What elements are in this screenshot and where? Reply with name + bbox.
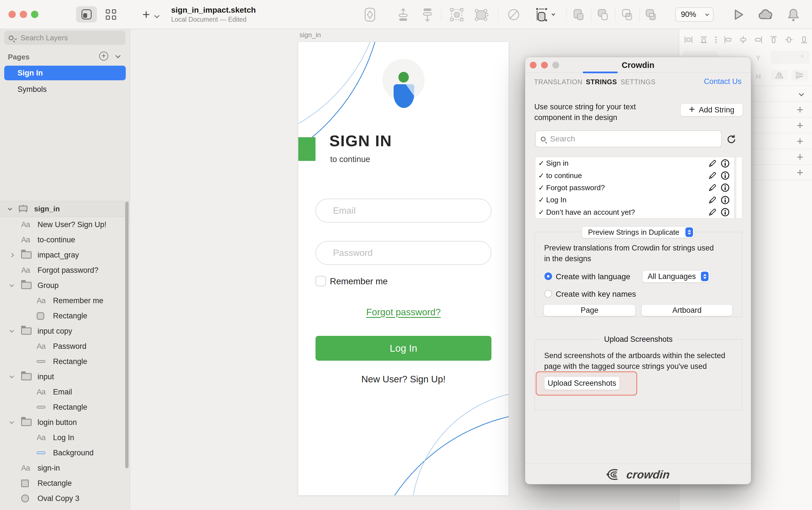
tab-strings[interactable]: STRINGS xyxy=(586,78,617,86)
string-row[interactable]: ✓ Forgot password? xyxy=(535,182,742,194)
zoom-select[interactable]: 90% xyxy=(675,7,714,22)
align-center-horizontal-icon[interactable] xyxy=(738,35,748,44)
log-in-button[interactable]: Log In xyxy=(316,336,491,361)
layer-chevron-icon[interactable] xyxy=(9,373,14,378)
email-field[interactable]: Email xyxy=(316,199,491,222)
remember-me-checkbox[interactable] xyxy=(316,276,326,286)
string-row[interactable]: ✓ to continue xyxy=(535,169,742,181)
info-icon[interactable] xyxy=(721,171,730,180)
close-window-button[interactable] xyxy=(8,11,16,18)
strings-search-input[interactable] xyxy=(550,134,702,143)
strings-search-field[interactable] xyxy=(535,130,722,147)
upload-screenshots-button[interactable]: Upload Screenshots xyxy=(544,377,620,390)
edit-pencil-icon[interactable] xyxy=(708,159,717,168)
grid-view-button[interactable] xyxy=(100,6,121,23)
layer-row[interactable]: Aa Password xyxy=(0,339,130,354)
search-layers-field[interactable] xyxy=(4,31,125,45)
refresh-button[interactable] xyxy=(726,134,737,145)
layer-row[interactable]: Aa Email xyxy=(0,384,130,399)
distribute-up-button[interactable] xyxy=(397,0,409,29)
group-button[interactable] xyxy=(450,0,464,29)
artboard-layer-row[interactable]: sign_in xyxy=(0,201,130,217)
layer-row[interactable]: Aa Log In xyxy=(0,430,130,445)
layer-row[interactable]: Aa login button xyxy=(0,415,130,430)
layer-row[interactable]: Aa Forgot password? xyxy=(0,263,130,278)
add-style-icon[interactable]: + xyxy=(797,104,803,115)
minimize-window-button[interactable] xyxy=(20,11,27,18)
forgot-password-link[interactable]: Forgot password? xyxy=(298,307,509,318)
layer-row[interactable]: Aa input copy xyxy=(0,324,130,339)
search-layers-input[interactable] xyxy=(21,33,111,42)
page-item[interactable]: Symbols xyxy=(4,82,126,97)
distribute-vertically-icon[interactable] xyxy=(699,35,708,44)
boolean-subtract-button[interactable] xyxy=(596,0,610,29)
language-select[interactable]: All Languages xyxy=(642,270,710,282)
layer-row[interactable]: Aa Rectangle xyxy=(0,399,130,415)
layer-row[interactable]: Aa Rectangle xyxy=(0,476,130,491)
string-row[interactable]: ✓ Don’t have an account yet? xyxy=(535,206,742,218)
layer-chevron-icon[interactable] xyxy=(9,253,14,257)
info-icon[interactable] xyxy=(721,159,730,168)
edit-pencil-icon[interactable] xyxy=(708,183,717,192)
string-row[interactable]: ✓ Sign in xyxy=(535,157,742,169)
collapse-pages-chevron-icon[interactable] xyxy=(115,53,120,58)
toggle-sidebar-button[interactable] xyxy=(76,6,97,23)
layer-row[interactable]: Aa to-continue xyxy=(0,232,130,247)
sign-in-artboard[interactable]: SIGN IN to continue Email Password Remem… xyxy=(298,42,509,496)
zoom-window-button[interactable] xyxy=(31,11,38,18)
sidebar-scrollbar[interactable] xyxy=(125,202,128,468)
layer-row[interactable]: Aa input xyxy=(0,369,130,384)
notifications-bell-icon[interactable] xyxy=(787,0,800,29)
distribute-down-button[interactable] xyxy=(421,0,434,29)
contact-us-link[interactable]: Contact Us xyxy=(704,77,742,86)
page-item[interactable]: Sign In xyxy=(4,66,126,80)
boolean-difference-button[interactable] xyxy=(644,0,658,29)
password-field[interactable]: Password xyxy=(316,241,491,265)
rotate-button[interactable] xyxy=(507,0,520,29)
info-icon[interactable] xyxy=(721,183,730,192)
align-top-icon[interactable] xyxy=(769,35,779,44)
layer-row[interactable]: Aa Rectangle xyxy=(0,354,130,369)
layer-row[interactable]: Aa Rectangle xyxy=(0,308,130,324)
add-shadow-icon[interactable]: + xyxy=(797,151,803,162)
resize-button[interactable] xyxy=(534,0,555,29)
preview-mode-select[interactable]: Preview Strings in Duplicate xyxy=(582,226,694,238)
tab-translation[interactable]: TRANSLATION xyxy=(534,78,582,86)
layer-chevron-icon[interactable] xyxy=(9,419,14,424)
align-left-icon[interactable] xyxy=(723,35,733,44)
boolean-intersect-button[interactable] xyxy=(620,0,634,29)
sign-up-link[interactable]: New User? Sign Up! xyxy=(298,374,509,385)
align-middle-vertical-icon[interactable] xyxy=(784,35,794,44)
edit-pencil-icon[interactable] xyxy=(708,171,717,180)
more-options-dots-icon[interactable] xyxy=(714,35,718,44)
artboard-button[interactable]: Artboard xyxy=(641,304,732,316)
chevron-down-icon[interactable] xyxy=(8,206,12,211)
layer-row[interactable]: Aa New User? Sign Up! xyxy=(0,217,130,232)
edit-pencil-icon[interactable] xyxy=(708,196,717,204)
ungroup-button[interactable] xyxy=(474,0,488,29)
add-page-button[interactable]: + xyxy=(99,52,108,61)
layer-row[interactable]: Aa sign-in xyxy=(0,460,130,476)
align-right-icon[interactable] xyxy=(754,35,763,44)
create-with-key-names-radio[interactable] xyxy=(545,290,552,298)
preview-play-button[interactable] xyxy=(733,0,744,29)
boolean-union-button[interactable] xyxy=(572,0,585,29)
add-blur-icon[interactable]: + xyxy=(797,167,803,178)
insert-button[interactable]: + xyxy=(142,7,159,22)
tab-settings[interactable]: SETTINGS xyxy=(620,78,656,86)
string-row[interactable]: ✓ Log In xyxy=(535,194,742,206)
info-icon[interactable] xyxy=(721,208,730,217)
layer-row[interactable]: Aa Oval Copy 3 xyxy=(0,491,130,506)
align-bottom-icon[interactable] xyxy=(799,35,809,44)
add-border-icon[interactable]: + xyxy=(797,136,803,147)
layer-row[interactable]: Aa Background xyxy=(0,445,130,460)
create-with-language-radio[interactable] xyxy=(545,272,552,280)
layer-chevron-icon[interactable] xyxy=(9,328,14,332)
insert-shape-button[interactable] xyxy=(364,0,376,29)
cloud-sync-icon[interactable] xyxy=(758,0,774,29)
page-button[interactable]: Page xyxy=(544,304,636,316)
add-fill-icon[interactable]: + xyxy=(797,120,803,131)
layer-row[interactable]: Aa impact_gray xyxy=(0,247,130,263)
info-icon[interactable] xyxy=(721,196,730,205)
layer-chevron-icon[interactable] xyxy=(9,282,14,287)
